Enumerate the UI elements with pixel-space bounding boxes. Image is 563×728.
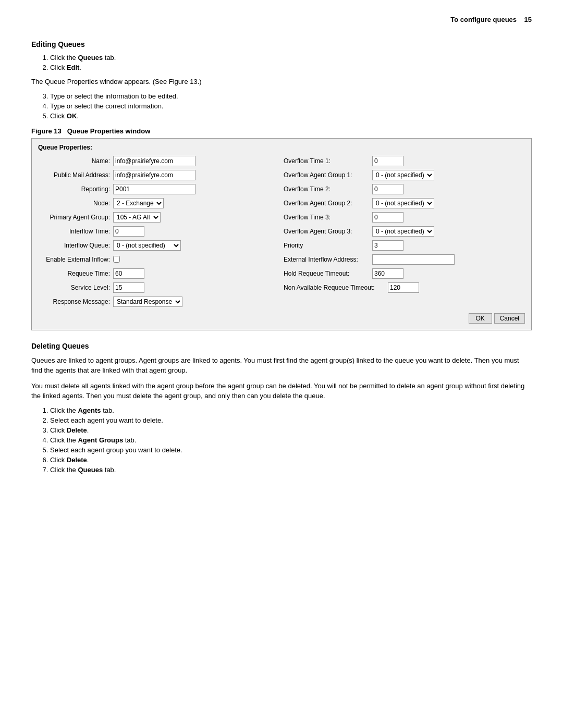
queue-left-col: Name: Public Mail Address: Reporting: No… xyxy=(38,155,282,310)
queue-grid: Name: Public Mail Address: Reporting: No… xyxy=(38,155,525,310)
reporting-label: Reporting: xyxy=(40,186,113,193)
page-header: To configure queues 15 xyxy=(31,16,532,26)
page-number: 15 xyxy=(524,16,532,23)
deleting-step-1: Click the Agents tab. xyxy=(50,406,532,414)
overflow-agent-3-label: Overflow Agent Group 3: xyxy=(284,228,372,235)
editing-steps-1: Click the Queues tab. Click Edit. xyxy=(50,54,532,71)
editing-step-4: Type or select the correct information. xyxy=(50,102,532,110)
name-label: Name: xyxy=(40,157,113,165)
name-row: Name: xyxy=(40,155,279,167)
deleting-para-1: Queues are linked to agent groups. Agent… xyxy=(31,355,532,376)
overflow-agent-3-select[interactable]: 0 - (not specified) xyxy=(372,226,434,237)
hold-requeue-label: Hold Requeue Timeout: xyxy=(284,270,372,277)
overflow-time-2-row: Overflow Time 2: xyxy=(284,183,523,195)
editing-step-3: Type or select the information to be edi… xyxy=(50,92,532,100)
interflow-time-row: Interflow Time: xyxy=(40,226,279,237)
editing-intro: The Queue Properties window appears. (Se… xyxy=(31,77,532,87)
response-message-label: Response Message: xyxy=(40,298,113,305)
editing-step-1: Click the Queues tab. xyxy=(50,54,532,61)
response-message-row: Response Message: Standard Response xyxy=(40,296,279,307)
external-interflow-row: External Interflow Address: xyxy=(284,254,523,265)
overflow-agent-3-row: Overflow Agent Group 3: 0 - (not specifi… xyxy=(284,226,523,237)
figure-title: Queue Properties window xyxy=(67,127,151,135)
service-level-row: Service Level: xyxy=(40,282,279,293)
figure-number: Figure 13 xyxy=(31,127,62,135)
queue-window-title: Queue Properties: xyxy=(38,144,525,151)
service-level-input[interactable] xyxy=(113,282,144,293)
editing-steps-2: Type or select the information to be edi… xyxy=(50,92,532,120)
hold-requeue-row: Hold Requeue Timeout: xyxy=(284,268,523,279)
overflow-agent-1-label: Overflow Agent Group 1: xyxy=(284,171,372,179)
interflow-time-input[interactable] xyxy=(113,226,144,237)
priority-row: Priority xyxy=(284,240,523,251)
external-interflow-label: External Interflow Address: xyxy=(284,256,372,263)
priority-label: Priority xyxy=(284,242,372,249)
deleting-step-3: Click Delete. xyxy=(50,426,532,434)
reporting-row: Reporting: xyxy=(40,183,279,195)
primary-agent-row: Primary Agent Group: 105 - AG All xyxy=(40,212,279,223)
public-mail-input[interactable] xyxy=(113,170,195,180)
requeue-time-label: Requeue Time: xyxy=(40,270,113,277)
response-message-select[interactable]: Standard Response xyxy=(113,297,182,307)
button-row: OK Cancel xyxy=(38,313,525,324)
overflow-time-3-row: Overflow Time 3: xyxy=(284,212,523,223)
overflow-time-3-label: Overflow Time 3: xyxy=(284,214,372,221)
non-available-label: Non Available Requeue Timeout: xyxy=(284,284,388,291)
overflow-time-2-label: Overflow Time 2: xyxy=(284,186,372,193)
overflow-agent-2-row: Overflow Agent Group 2: 0 - (not specifi… xyxy=(284,198,523,209)
deleting-step-4: Click the Agent Groups tab. xyxy=(50,436,532,444)
overflow-agent-2-label: Overflow Agent Group 2: xyxy=(284,200,372,207)
deleting-steps: Click the Agents tab. Select each agent … xyxy=(50,406,532,474)
node-label: Node: xyxy=(40,200,113,207)
deleting-queues-title: Deleting Queues xyxy=(31,342,532,350)
enable-external-row: Enable External Inflow: xyxy=(40,254,279,265)
header-text: To configure queues xyxy=(450,16,517,23)
requeue-time-input[interactable] xyxy=(113,268,144,279)
editing-queues-title: Editing Queues xyxy=(31,40,532,48)
public-mail-label: Public Mail Address: xyxy=(40,171,113,179)
interflow-queue-label: Interflow Queue: xyxy=(40,242,113,249)
overflow-time-1-row: Overflow Time 1: xyxy=(284,155,523,167)
node-select[interactable]: 2 - Exchange xyxy=(113,198,164,208)
overflow-time-1-input[interactable] xyxy=(372,156,403,166)
deleting-step-7: Click the Queues tab. xyxy=(50,466,532,474)
queue-properties-window: Queue Properties: Name: Public Mail Addr… xyxy=(31,138,532,330)
priority-input[interactable] xyxy=(372,240,403,251)
node-row: Node: 2 - Exchange xyxy=(40,198,279,209)
interflow-time-label: Interflow Time: xyxy=(40,228,113,235)
hold-requeue-input[interactable] xyxy=(372,268,403,279)
deleting-step-5: Select each agent group you want to dele… xyxy=(50,446,532,454)
reporting-input[interactable] xyxy=(113,184,195,194)
ok-button[interactable]: OK xyxy=(469,313,492,324)
deleting-step-2: Select each agent you want to delete. xyxy=(50,416,532,424)
service-level-label: Service Level: xyxy=(40,284,113,291)
deleting-step-6: Click Delete. xyxy=(50,456,532,464)
primary-agent-select[interactable]: 105 - AG All xyxy=(113,212,161,223)
external-interflow-input[interactable] xyxy=(372,254,455,265)
public-mail-row: Public Mail Address: xyxy=(40,169,279,181)
non-available-input[interactable] xyxy=(388,282,419,293)
overflow-agent-1-select[interactable]: 0 - (not specified) xyxy=(372,170,434,180)
queue-right-col: Overflow Time 1: Overflow Agent Group 1:… xyxy=(282,155,525,310)
enable-external-label: Enable External Inflow: xyxy=(40,256,113,263)
editing-step-2: Click Edit. xyxy=(50,64,532,71)
enable-external-checkbox[interactable] xyxy=(113,256,120,263)
interflow-queue-row: Interflow Queue: 0 - (not specified) xyxy=(40,240,279,251)
non-available-row: Non Available Requeue Timeout: xyxy=(284,282,523,293)
deleting-para-2: You must delete all agents linked with t… xyxy=(31,381,532,401)
interflow-queue-select[interactable]: 0 - (not specified) xyxy=(113,240,181,251)
overflow-time-3-input[interactable] xyxy=(372,212,403,223)
overflow-time-1-label: Overflow Time 1: xyxy=(284,157,372,165)
requeue-time-row: Requeue Time: xyxy=(40,268,279,279)
overflow-agent-2-select[interactable]: 0 - (not specified) xyxy=(372,198,434,208)
figure-label: Figure 13 Queue Properties window xyxy=(31,127,532,135)
name-input[interactable] xyxy=(113,156,195,166)
primary-agent-label: Primary Agent Group: xyxy=(40,214,113,221)
overflow-agent-1-row: Overflow Agent Group 1: 0 - (not specifi… xyxy=(284,169,523,181)
cancel-button[interactable]: Cancel xyxy=(494,313,525,324)
overflow-time-2-input[interactable] xyxy=(372,184,403,194)
editing-step-5: Click OK. xyxy=(50,112,532,120)
